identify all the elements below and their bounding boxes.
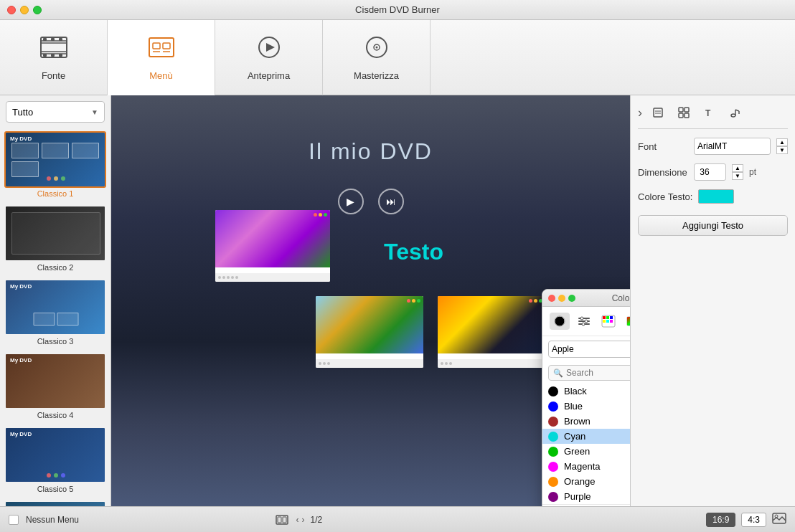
color-tab-sliders[interactable] <box>574 313 594 330</box>
chevron-down-icon: ▼ <box>91 108 98 116</box>
svg-rect-22 <box>578 320 590 322</box>
list-item[interactable]: My DVD Classico 3 <box>0 276 110 350</box>
nav-prev-button[interactable]: ‹ <box>296 515 298 525</box>
dimension-input[interactable] <box>694 163 726 181</box>
colors-min-button[interactable] <box>558 295 565 302</box>
image-icon[interactable] <box>772 513 786 527</box>
color-label-green: Green <box>564 446 590 457</box>
toolbar-item-fonte[interactable]: Fonte <box>0 20 108 95</box>
color-item-blue[interactable]: Blue <box>542 399 630 414</box>
list-item[interactable]: Classico 2 <box>0 202 110 276</box>
color-label: Colore Testo: <box>638 191 692 202</box>
color-tab-palette[interactable] <box>598 313 618 330</box>
svg-rect-31 <box>603 320 606 323</box>
close-button[interactable] <box>7 6 16 14</box>
card-traffic-lights-2 <box>407 299 420 303</box>
film-icon <box>39 34 68 66</box>
color-swatch[interactable] <box>698 189 734 204</box>
toolbar-item-menu[interactable]: Menù <box>108 20 215 95</box>
color-tab-wheel[interactable] <box>550 313 570 330</box>
colors-max-button[interactable] <box>568 295 575 302</box>
card-bottom-bar-2 <box>316 359 423 368</box>
color-item-green[interactable]: Green <box>542 444 630 459</box>
card-traffic-lights-3 <box>529 299 542 303</box>
sidebar-thumb-4: My DVD <box>6 354 106 408</box>
svg-rect-44 <box>679 113 683 118</box>
thumb-card-flowers[interactable] <box>215 210 330 282</box>
colors-search-input[interactable] <box>566 368 630 378</box>
svg-rect-21 <box>578 318 590 319</box>
minimize-button[interactable] <box>20 6 29 14</box>
svg-rect-35 <box>627 317 630 326</box>
next-button[interactable]: ⏭ <box>378 189 404 214</box>
font-step-down[interactable]: ▼ <box>776 146 788 154</box>
color-row: Colore Testo: <box>638 189 788 204</box>
layout-icon[interactable] <box>274 512 290 528</box>
color-label-cyan: Cyan <box>564 431 585 442</box>
colors-tabs-bar <box>542 307 630 336</box>
color-item-orange[interactable]: Orange <box>542 474 630 489</box>
dim-step-down[interactable]: ▼ <box>732 172 743 180</box>
color-dot-purple <box>548 492 558 502</box>
toolbar-item-masterizza[interactable]: Masterizza <box>323 20 431 95</box>
toolbar-label-menu: Menù <box>149 70 173 81</box>
dim-step-up[interactable]: ▲ <box>732 164 743 172</box>
thumb-card-city[interactable] <box>438 296 545 368</box>
page-indicator: 1/2 <box>310 515 322 525</box>
color-label-blue: Blue <box>564 401 583 412</box>
color-label-brown: Brown <box>564 416 591 427</box>
thumb-card-beach[interactable] <box>316 296 423 368</box>
text-tool-button[interactable]: T <box>700 103 720 123</box>
colors-list: Black Blue Brown Cyan Green <box>542 384 630 504</box>
color-item-black[interactable]: Black <box>542 384 630 399</box>
sidebar-thumb-2 <box>6 206 106 260</box>
play-button[interactable]: ▶ <box>338 189 364 214</box>
color-dot-brown <box>548 417 558 427</box>
testo-label-2[interactable]: Testo <box>384 239 443 265</box>
chevron-right-icon[interactable]: › <box>638 105 642 120</box>
ratio-4-3-button[interactable]: 4:3 <box>741 513 766 527</box>
edit-tool-button[interactable] <box>648 103 668 123</box>
svg-rect-45 <box>685 113 689 118</box>
font-select[interactable]: ArialMT <box>694 138 771 155</box>
card-bottom-bar <box>215 273 330 282</box>
svg-point-25 <box>585 320 588 323</box>
colors-search-container: 🔍 <box>548 365 630 381</box>
maximize-button[interactable] <box>33 6 42 14</box>
aggiungi-testo-button[interactable]: Aggiungi Testo <box>638 215 788 236</box>
svg-rect-11 <box>163 43 170 49</box>
color-dot-black <box>548 386 558 396</box>
svg-rect-6 <box>43 54 47 57</box>
list-item[interactable]: My DVD Classico <box>0 128 110 202</box>
list-item[interactable]: My DVD Classico 6 <box>0 498 110 506</box>
toolbar-item-anteprima[interactable]: Anteprima <box>215 20 323 95</box>
color-item-magenta[interactable]: Magenta <box>542 459 630 474</box>
ratio-16-9-button[interactable]: 16:9 <box>706 513 735 527</box>
font-step-up[interactable]: ▲ <box>776 138 788 146</box>
app-title: Cisdem DVD Burner <box>355 4 440 15</box>
no-menu-checkbox[interactable] <box>9 515 19 525</box>
layout-tool-button[interactable] <box>674 103 694 123</box>
color-item-purple[interactable]: Purple <box>542 489 630 504</box>
list-item[interactable]: My DVD Classico 4 <box>0 350 110 424</box>
toolbar-label-anteprima: Anteprima <box>248 70 290 81</box>
font-row: Font ArialMT ▲ ▼ <box>638 138 788 155</box>
svg-rect-30 <box>610 316 613 319</box>
colors-palette-select[interactable]: Apple <box>548 341 630 358</box>
right-panel: › T Font ArialMT ▲ ▼ Dime <box>630 95 795 506</box>
top-toolbar: Fonte Menù Anteprima Masterizza <box>0 20 795 95</box>
color-item-brown[interactable]: Brown <box>542 414 630 429</box>
color-tab-image[interactable] <box>623 313 630 330</box>
font-label: Font <box>638 141 688 152</box>
colors-close-button[interactable] <box>548 295 555 302</box>
svg-point-26 <box>582 323 585 326</box>
sidebar-filter-dropdown[interactable]: Tutto ▼ <box>6 101 105 123</box>
color-item-cyan[interactable]: Cyan <box>542 429 630 444</box>
svg-rect-39 <box>654 108 662 117</box>
music-tool-button[interactable] <box>725 103 745 123</box>
svg-point-18 <box>375 46 377 48</box>
list-item[interactable]: My DVD Classico 5 <box>0 424 110 498</box>
color-label-orange: Orange <box>564 476 595 487</box>
colors-titlebar: Colors <box>542 290 630 307</box>
nav-next-button[interactable]: › <box>301 515 304 525</box>
